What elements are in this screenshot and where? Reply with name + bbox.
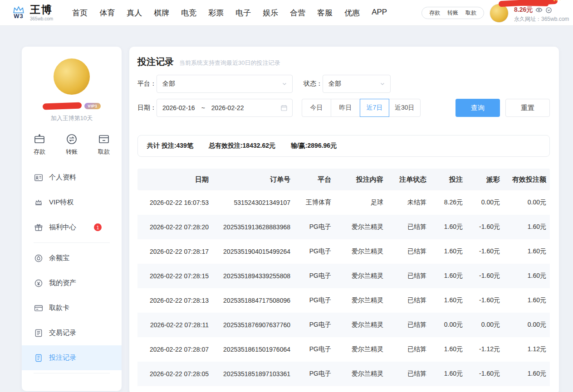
logo-mark-text: W3 (14, 13, 24, 19)
table-body: 2026-02-22 16:07:535315243021349107王博体育足… (137, 190, 550, 386)
table-row: 2026-02-22 07:28:052025351851897103361PG… (137, 362, 550, 386)
table-cell: 2025351904015499264 (212, 248, 294, 255)
menu-label: 交易记录 (49, 329, 76, 337)
withdraw-action[interactable]: 取款 (98, 133, 110, 156)
nav-item-joint-venture[interactable]: 合营 (290, 8, 305, 18)
table-cell: -1.60元 (466, 370, 504, 378)
sidebar-item-vip[interactable]: VIP特权 (22, 190, 122, 215)
range-yesterday-button[interactable]: 昨日 (331, 99, 360, 117)
status-select[interactable]: 全部 (323, 75, 391, 93)
withdraw-link[interactable]: 取款 (465, 9, 476, 17)
column-header: 投注 (430, 175, 466, 184)
bet-records-panel: 投注记录 当前系统支持查询最近30日的投注记录 平台： 全部 状态： 全部 日期… (129, 47, 559, 392)
menu-label: 投注记录 (49, 353, 76, 362)
table-cell: 5315243021349107 (212, 199, 294, 206)
table-cell: PG电子 (294, 345, 335, 353)
sidebar-item-profile[interactable]: 个人资料 (22, 165, 122, 190)
deposit-action[interactable]: 存款 (34, 133, 45, 156)
action-label: 取款 (98, 148, 110, 156)
sidebar-menu: 个人资料 VIP特权 福利中心 1 余额宝 (22, 165, 122, 373)
date-separator: ~ (201, 104, 205, 111)
column-header: 订单号 (212, 175, 294, 184)
range-7days-button[interactable]: 近7日 (360, 99, 389, 117)
action-label: 存款 (34, 148, 45, 156)
nav-item-support[interactable]: 客服 (317, 8, 333, 18)
nav-item-live-casino[interactable]: 真人 (127, 8, 142, 18)
table-cell: 已结算 (387, 247, 430, 256)
range-30days-button[interactable]: 近30日 (389, 99, 421, 117)
table-cell: 1.60元 (430, 370, 466, 378)
status-label: 状态： (304, 80, 323, 88)
divider (34, 373, 110, 373)
table-cell: 1.60元 (430, 345, 466, 353)
transfer-link[interactable]: 转账 (447, 9, 458, 17)
calendar-icon (280, 104, 288, 111)
profile-sidebar: VIP1 加入王博第10天 存款 转账 取款 (22, 47, 122, 391)
table-cell: 已结算 (387, 223, 430, 231)
nav-item-promotions[interactable]: 优惠 (344, 8, 360, 18)
nav-item-esports[interactable]: 电竞 (181, 8, 196, 18)
table-cell: PG电子 (294, 223, 335, 231)
reset-button[interactable]: 重置 (505, 99, 550, 117)
table-cell: 2026-02-22 07:28:20 (137, 223, 212, 231)
sidebar-item-assets[interactable]: 我的资产 (22, 271, 122, 295)
table-cell: 2026-02-22 07:28:17 (137, 248, 212, 255)
vip-flag: VIP! (553, 0, 562, 2)
nav-item-slots[interactable]: 电子 (235, 8, 251, 18)
column-header: 投注内容 (335, 175, 387, 184)
table-cell: 2026-02-22 07:28:07 (137, 346, 212, 353)
sidebar-item-bet-records[interactable]: 投注记录 (22, 345, 122, 370)
table-cell: PG电子 (294, 321, 335, 329)
eye-icon[interactable] (535, 6, 543, 14)
crown-logo-icon: W3 (12, 6, 25, 19)
nav-item-sports[interactable]: 体育 (99, 8, 115, 18)
table-cell: 2025351861501976064 (212, 346, 294, 353)
date-label: 日期： (137, 104, 157, 112)
table-cell: 2025351913628883968 (212, 223, 294, 231)
table-cell: PG电子 (294, 296, 335, 305)
column-header: 有效投注额 (504, 175, 550, 184)
id-card-icon (34, 173, 43, 182)
summary-win-loss: 输/赢:2896.96元 (291, 142, 337, 150)
records-table: 日期订单号平台投注内容注单状态投注派彩有效投注额 2026-02-22 16:0… (137, 169, 550, 386)
page-subtitle: 当前系统支持查询最近30日的投注记录 (179, 59, 280, 67)
table-cell: 未结算 (387, 198, 430, 207)
sidebar-item-welfare[interactable]: 福利中心 1 (22, 215, 122, 240)
table-cell: 0.00元 (466, 321, 504, 329)
sidebar-item-yuebao[interactable]: 余额宝 (22, 246, 122, 271)
brand-logo[interactable]: W3 王博 365wb.com (12, 4, 53, 21)
table-row: 2026-02-22 16:07:535315243021349107王博体育足… (137, 190, 550, 215)
table-cell: 爱尔兰精灵 (335, 321, 387, 329)
table-cell: 1.60元 (430, 247, 466, 256)
deposit-link[interactable]: 存款 (429, 9, 440, 17)
table-cell: 2025351851897103361 (212, 370, 294, 377)
nav-item-board-games[interactable]: 棋牌 (154, 8, 169, 18)
table-cell: 1.60元 (430, 272, 466, 280)
top-header: W3 王博 365wb.com 首页体育真人棋牌电竞彩票电子娱乐合营客服优惠AP… (0, 0, 573, 26)
nav-item-app[interactable]: APP (372, 8, 387, 18)
account-dropdown-icon[interactable] (545, 7, 552, 14)
main-nav: 首页体育真人棋牌电竞彩票电子娱乐合营客服优惠APP (72, 8, 387, 18)
table-cell: PG电子 (294, 272, 335, 280)
table-row: 2026-02-22 07:28:152025351894339255808PG… (137, 264, 550, 288)
sidebar-avatar[interactable] (54, 58, 90, 95)
sidebar-item-withdraw-card[interactable]: 取款卡 (22, 295, 122, 320)
deposit-icon (34, 133, 45, 145)
table-header-row: 日期订单号平台投注内容注单状态投注派彩有效投注额 (137, 169, 550, 190)
nav-item-lottery[interactable]: 彩票 (208, 8, 224, 18)
table-cell: -1.12元 (466, 345, 504, 353)
sidebar-quick-actions: 存款 转账 取款 (34, 133, 110, 156)
nav-item-entertainment[interactable]: 娱乐 (263, 8, 278, 18)
search-button[interactable]: 查询 (455, 99, 500, 117)
sidebar-item-transactions[interactable]: 交易记录 (22, 320, 122, 345)
table-cell: 爱尔兰精灵 (335, 370, 387, 378)
withdraw-icon (98, 133, 110, 145)
platform-select[interactable]: 全部 (157, 75, 293, 93)
vip-level-badge: VIP1 (84, 103, 101, 109)
date-range-input[interactable]: 2026-02-16 ~ 2026-02-22 (157, 99, 293, 117)
nav-item-home[interactable]: 首页 (72, 8, 88, 18)
summary-total-bets: 共计 投注:439笔 (147, 142, 193, 150)
transfer-action[interactable]: 转账 (66, 133, 78, 156)
transfer-icon (66, 133, 78, 145)
range-today-button[interactable]: 今日 (302, 99, 331, 117)
